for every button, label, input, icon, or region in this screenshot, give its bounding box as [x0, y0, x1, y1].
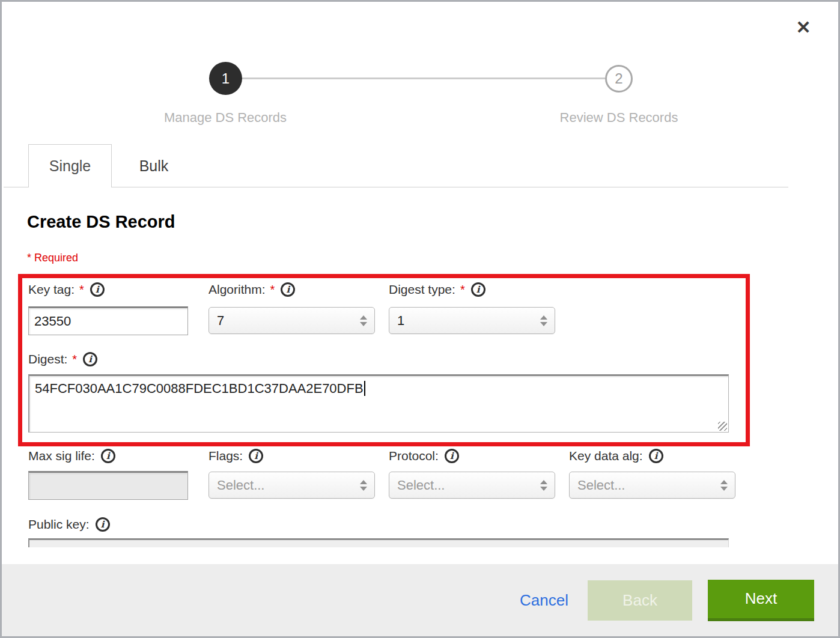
back-button[interactable]: Back	[588, 580, 692, 621]
algorithm-label-text: Algorithm:	[208, 282, 266, 297]
tab-divider	[4, 187, 788, 187]
chevron-up-down-icon	[360, 480, 367, 491]
key-tag-label: Key tag: * i	[28, 282, 105, 297]
info-icon[interactable]: i	[90, 282, 105, 297]
public-key-label: Public key: i	[28, 517, 110, 532]
digest-type-label: Digest type: * i	[389, 282, 485, 297]
algorithm-label: Algorithm: * i	[208, 282, 295, 297]
chevron-up-down-icon	[720, 480, 728, 491]
required-star: *	[270, 283, 275, 297]
info-icon[interactable]: i	[471, 282, 485, 297]
digest-type-select[interactable]: 1	[389, 307, 555, 334]
flags-label-text: Flags:	[208, 449, 243, 463]
key-data-alg-select-value: Select...	[577, 478, 625, 493]
required-star: *	[72, 353, 77, 366]
info-icon[interactable]: i	[445, 449, 459, 463]
digest-type-select-value: 1	[397, 313, 404, 329]
key-data-alg-label: Key data alg: i	[569, 449, 663, 463]
modal-footer: Cancel Back Next	[2, 564, 838, 636]
flags-select-value: Select...	[217, 478, 264, 493]
chevron-up-down-icon	[540, 480, 547, 491]
stepper-step-2: 2	[605, 65, 633, 93]
info-icon[interactable]: i	[649, 449, 663, 463]
max-sig-life-label: Max sig life: i	[28, 449, 115, 463]
required-star: *	[460, 283, 465, 297]
digest-value: 54FCF030AA1C79C0088FDEC1BD1C37DAA2E70DFB	[35, 381, 364, 396]
protocol-label-text: Protocol:	[389, 449, 439, 463]
protocol-select[interactable]: Select...	[389, 472, 555, 499]
digest-label: Digest: * i	[28, 352, 97, 366]
tab-single[interactable]: Single	[28, 144, 112, 187]
digest-label-text: Digest:	[28, 352, 67, 366]
key-tag-label-text: Key tag:	[28, 282, 75, 297]
protocol-select-value: Select...	[397, 478, 445, 493]
info-icon[interactable]: i	[96, 517, 110, 532]
algorithm-select-value: 7	[217, 313, 224, 329]
public-key-label-text: Public key:	[28, 517, 90, 532]
flags-select[interactable]: Select...	[208, 472, 375, 499]
info-icon[interactable]: i	[101, 449, 115, 463]
stepper-label-review: Review DS Records	[523, 110, 715, 126]
required-star: *	[79, 283, 84, 297]
key-data-alg-label-text: Key data alg:	[569, 449, 643, 463]
info-icon[interactable]: i	[281, 282, 295, 297]
chevron-up-down-icon	[360, 315, 367, 326]
text-cursor	[364, 381, 365, 396]
chevron-up-down-icon	[540, 315, 547, 326]
create-ds-record-modal: ✕ 1 2 Manage DS Records Review DS Record…	[0, 0, 840, 638]
close-icon[interactable]: ✕	[793, 16, 814, 38]
protocol-label: Protocol: i	[389, 449, 459, 463]
max-sig-life-label-text: Max sig life:	[28, 449, 95, 463]
flags-label: Flags: i	[208, 449, 263, 463]
digest-textarea[interactable]: 54FCF030AA1C79C0088FDEC1BD1C37DAA2E70DFB	[28, 374, 729, 433]
max-sig-life-input[interactable]	[28, 471, 188, 500]
stepper-step-1: 1	[209, 62, 242, 95]
stepper-connector	[242, 77, 605, 79]
digest-type-label-text: Digest type:	[389, 282, 455, 297]
tab-bulk[interactable]: Bulk	[112, 144, 196, 187]
cancel-link[interactable]: Cancel	[520, 591, 568, 610]
resize-grip-icon[interactable]	[718, 422, 727, 431]
required-note: * Required	[27, 252, 78, 264]
public-key-textarea[interactable]	[28, 538, 729, 547]
page-title: Create DS Record	[27, 212, 175, 232]
info-icon[interactable]: i	[249, 449, 263, 463]
stepper-label-manage: Manage DS Records	[129, 110, 321, 126]
key-data-alg-select[interactable]: Select...	[569, 472, 735, 499]
key-tag-input[interactable]	[28, 306, 188, 335]
next-button[interactable]: Next	[708, 580, 814, 621]
algorithm-select[interactable]: 7	[208, 307, 375, 334]
info-icon[interactable]: i	[83, 352, 97, 366]
